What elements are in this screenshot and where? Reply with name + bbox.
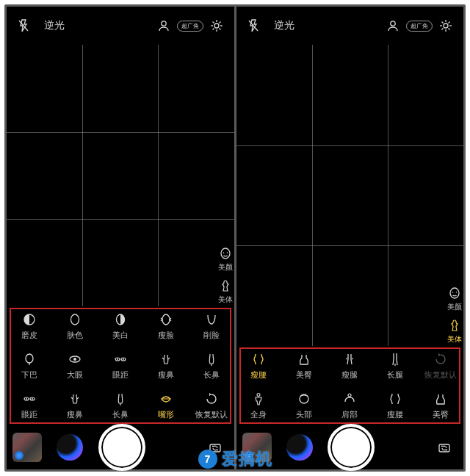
- option-changbi[interactable]: 长鼻: [189, 346, 234, 386]
- option-shoubi2[interactable]: 瘦鼻: [52, 386, 98, 425]
- option-shoutui[interactable]: 瘦腿: [327, 346, 372, 386]
- comparison-frame: 逆光 超广角 美颜美体 磨皮肤色美白瘦脸削脸下巴大眼眼距瘦鼻长鼻眼距瘦鼻长鼻嘴形…: [4, 4, 466, 472]
- gear-icon: [209, 18, 224, 33]
- option-label: 肤色: [67, 330, 83, 341]
- mode-tabs: 美颜美体: [447, 286, 462, 345]
- gallery-thumbnail[interactable]: [12, 433, 42, 462]
- user-icon: [386, 18, 400, 33]
- option-label: 美白: [112, 330, 129, 341]
- top-toolbar: 逆光 超广角: [7, 7, 234, 45]
- leg-slim-icon: [342, 351, 357, 367]
- body-icon: [447, 318, 462, 333]
- top-toolbar: 逆光 超广角: [236, 7, 464, 45]
- reset-icon: [204, 391, 219, 407]
- option-yanju2[interactable]: 眼距: [7, 386, 52, 425]
- option-label: 全身: [250, 409, 267, 420]
- shoulder-icon: [342, 391, 357, 407]
- bottom-toolbar: [236, 425, 464, 469]
- portrait-button[interactable]: [380, 18, 406, 33]
- backlight-button[interactable]: 逆光: [36, 19, 73, 32]
- eye-distance-icon: [22, 391, 37, 407]
- flash-toggle[interactable]: [241, 18, 266, 33]
- option-zuixing[interactable]: 嘴形: [143, 386, 189, 425]
- phone-left: 逆光 超广角 美颜美体 磨皮肤色美白瘦脸削脸下巴大眼眼距瘦鼻长鼻眼距瘦鼻长鼻嘴形…: [7, 7, 234, 469]
- option-label: 瘦腰: [387, 409, 403, 420]
- nose-slim-icon: [159, 351, 173, 367]
- face-squeeze-icon: [159, 311, 173, 328]
- switch-camera-button[interactable]: [431, 434, 458, 461]
- spacer: [160, 434, 187, 461]
- option-dayan[interactable]: 大眼: [52, 346, 98, 386]
- flash-off-icon: [247, 18, 260, 33]
- filters-button[interactable]: [286, 434, 313, 461]
- mode-tab-beauty[interactable]: 美颜: [218, 246, 233, 273]
- option-toubu[interactable]: 头部: [281, 386, 327, 425]
- option-label: 美臀: [433, 409, 449, 420]
- option-meitun2[interactable]: 美臀: [418, 386, 463, 425]
- mode-tab-body[interactable]: 美体: [447, 318, 462, 345]
- wide-angle-button[interactable]: 超广角: [406, 21, 433, 32]
- option-label: 嘴形: [158, 409, 174, 420]
- chin-icon: [22, 351, 37, 367]
- shutter-button[interactable]: [328, 424, 375, 471]
- beauty-options-panel: 磨皮肤色美白瘦脸削脸下巴大眼眼距瘦鼻长鼻眼距瘦鼻长鼻嘴形恢复默认: [7, 306, 234, 425]
- option-yanju[interactable]: 眼距: [98, 346, 143, 386]
- lips-icon: [159, 391, 173, 407]
- composition-grid: [236, 45, 464, 346]
- option-label: 长鼻: [112, 409, 129, 420]
- option-label: 瘦脸: [158, 330, 174, 341]
- viewfinder[interactable]: 美颜美体: [236, 45, 464, 346]
- body-icon: [218, 278, 233, 293]
- settings-button[interactable]: [203, 18, 230, 33]
- option-shouyao[interactable]: 瘦腰: [236, 346, 282, 386]
- filters-button[interactable]: [57, 434, 83, 461]
- option-label: 瘦腿: [341, 369, 358, 381]
- option-shouyao2[interactable]: 瘦腰: [372, 386, 418, 425]
- face-icon: [218, 246, 233, 261]
- backlight-button[interactable]: 逆光: [266, 19, 303, 32]
- option-shoulian[interactable]: 瘦脸: [143, 306, 189, 346]
- option-mopi[interactable]: 磨皮: [7, 306, 52, 346]
- oval-icon: [68, 311, 82, 328]
- switch-camera-icon: [437, 440, 452, 455]
- option-changtui[interactable]: 长腿: [372, 346, 418, 386]
- option-label: 瘦鼻: [158, 369, 174, 381]
- mode-tab-label: 美体: [218, 295, 233, 305]
- user-icon: [156, 18, 171, 33]
- option-xiaba[interactable]: 下巴: [7, 346, 52, 386]
- gallery-thumbnail[interactable]: [242, 433, 272, 462]
- mode-tab-body[interactable]: 美体: [218, 278, 233, 305]
- mode-tab-beauty[interactable]: 美颜: [447, 286, 462, 312]
- settings-button[interactable]: [433, 18, 459, 33]
- option-label: 美臀: [296, 369, 312, 381]
- option-jianbu[interactable]: 肩部: [327, 386, 372, 425]
- switch-camera-button[interactable]: [202, 434, 228, 461]
- option-reset[interactable]: 恢复默认: [418, 346, 463, 386]
- flash-toggle[interactable]: [11, 18, 36, 33]
- mode-tab-label: 美颜: [218, 262, 233, 273]
- option-meibai[interactable]: 美白: [98, 306, 143, 346]
- option-fuse[interactable]: 肤色: [52, 306, 98, 346]
- eye-distance-icon: [113, 351, 128, 367]
- eye-icon: [68, 351, 82, 367]
- option-label: 恢复默认: [424, 369, 457, 381]
- option-xuelian[interactable]: 削脸: [189, 306, 234, 346]
- viewfinder[interactable]: 美颜美体: [7, 45, 234, 306]
- option-changbi2[interactable]: 长鼻: [98, 386, 143, 425]
- option-meitun[interactable]: 美臀: [281, 346, 327, 386]
- mode-tab-label: 美颜: [447, 302, 462, 312]
- flash-off-icon: [17, 18, 30, 33]
- option-shoubi[interactable]: 瘦鼻: [143, 346, 189, 386]
- portrait-button[interactable]: [151, 18, 177, 33]
- nose-long-icon: [204, 351, 219, 367]
- option-quanshen[interactable]: 全身: [236, 386, 282, 425]
- hip-icon: [297, 351, 311, 367]
- spacer: [390, 434, 416, 461]
- shutter-button[interactable]: [98, 424, 145, 471]
- option-reset[interactable]: 恢复默认: [189, 386, 234, 425]
- option-label: 削脸: [203, 330, 220, 341]
- face-v-icon: [204, 311, 219, 328]
- nose-long-icon: [113, 391, 128, 407]
- option-label: 瘦腰: [250, 369, 267, 381]
- wide-angle-button[interactable]: 超广角: [177, 21, 203, 32]
